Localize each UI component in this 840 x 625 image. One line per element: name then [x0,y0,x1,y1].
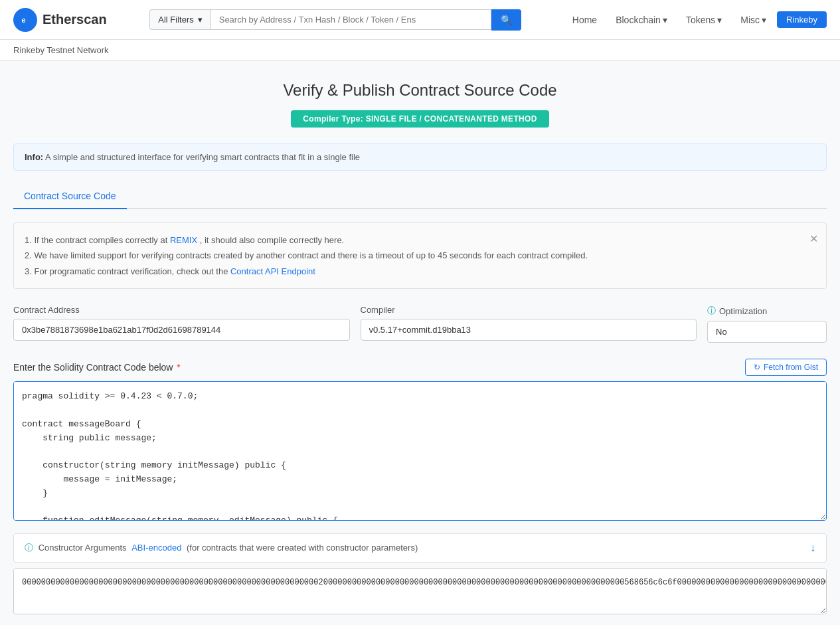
contract-address-group: Contract Address [13,305,350,341]
abi-encoded-link[interactable]: ABI-encoded [131,543,181,553]
nav-area: Home Blockchain ▾ Tokens ▾ Misc ▾ Rinkeb… [564,11,827,29]
header: e Etherscan All Filters ▾ 🔍 Home Blockch… [0,0,840,40]
nav-blockchain[interactable]: Blockchain ▾ [608,11,675,29]
network-label: Rinkeby Testnet Network [13,45,109,55]
nav-home[interactable]: Home [564,11,605,29]
svg-text:e: e [22,16,26,24]
tab-bar: Contract Source Code [13,184,827,209]
nav-misc[interactable]: Misc ▾ [732,11,774,29]
search-button[interactable]: 🔍 [491,9,521,31]
constructor-bar: ⓘ Constructor Arguments ABI-encoded (for… [13,533,827,563]
subheader: Rinkeby Testnet Network [0,40,840,61]
alert-line-2: 2. We have limited support for verifying… [25,248,802,263]
required-indicator: * [177,362,180,373]
logo-text: Etherscan [42,12,107,27]
info-text: A simple and structured interface for ve… [45,152,360,162]
info-bar: Info: A simple and structured interface … [13,143,827,171]
main-content: Verify & Publish Contract Source Code Co… [0,61,840,625]
etherscan-logo-icon: e [13,8,37,32]
filter-dropdown[interactable]: All Filters ▾ [149,9,210,30]
alert-line-3: 3. For programatic contract verification… [25,264,802,279]
chevron-down-icon: ▾ [198,15,203,25]
constructor-label: Constructor Arguments [39,543,127,553]
alert-line-1: 1. If the contract compiles correctly at… [25,232,802,248]
chevron-down-icon: ▾ [663,15,667,25]
filter-label: All Filters [158,15,193,25]
refresh-icon: ↻ [754,363,760,372]
close-icon[interactable]: ✕ [809,230,818,249]
search-area: All Filters ▾ 🔍 [149,9,521,31]
info-circle-icon: ⓘ [707,305,716,317]
alert-box: 1. If the contract compiles correctly at… [13,223,827,289]
contract-address-input[interactable] [13,319,350,341]
constructor-args-textarea[interactable] [13,568,827,614]
chevron-down-icon: ▾ [762,15,766,25]
form-row: Contract Address Compiler v0.5.17+commit… [13,305,827,343]
optimization-label: ⓘ Optimization [707,305,827,317]
compiler-group: Compiler v0.5.17+commit.d19bba13 [361,305,697,341]
info-icon: ⓘ [25,543,33,553]
optimization-select[interactable]: No Yes [707,321,827,343]
info-label: Info: [25,152,43,162]
tab-contract-source-code[interactable]: Contract Source Code [13,184,127,209]
logo-area: e Etherscan [13,8,107,32]
network-button[interactable]: Rinkeby [777,11,827,28]
compiler-label: Compiler [361,305,697,315]
compiler-type-badge: Compiler Type: SINGLE FILE / CONCATENANT… [291,110,548,128]
expand-icon[interactable]: ↓ [810,542,815,554]
constructor-label-area: ⓘ Constructor Arguments ABI-encoded (for… [25,542,418,554]
optimization-group: ⓘ Optimization No Yes [707,305,827,343]
nav-tokens[interactable]: Tokens ▾ [678,11,730,29]
compiler-select[interactable]: v0.5.17+commit.d19bba13 [361,319,697,341]
solidity-code-textarea[interactable] [13,381,827,521]
code-section-label: Enter the Solidity Contract Code below * [13,362,181,373]
chevron-down-icon: ▾ [717,15,722,25]
constructor-note: (for contracts that were created with co… [187,543,418,553]
search-input[interactable] [210,9,492,30]
compiler-badge-wrapper: Compiler Type: SINGLE FILE / CONCATENANT… [13,110,827,128]
fetch-from-gist-button[interactable]: ↻ Fetch from Gist [745,359,827,376]
contract-address-label: Contract Address [13,305,350,315]
contract-api-link[interactable]: Contract API Endpoint [230,266,315,276]
code-section-header: Enter the Solidity Contract Code below *… [13,359,827,376]
page-title: Verify & Publish Contract Source Code [13,81,827,100]
remix-link[interactable]: REMIX [170,235,197,245]
